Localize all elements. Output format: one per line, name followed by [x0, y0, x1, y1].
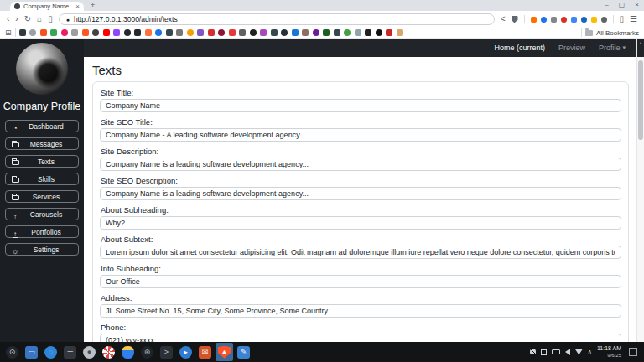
bookmark-icon[interactable] — [40, 29, 47, 36]
extension-icon[interactable] — [561, 17, 567, 23]
clock[interactable]: 11:18 AM 9/6/25 — [597, 345, 621, 359]
taskbar-app-button[interactable]: ▭ — [23, 343, 40, 361]
sidebar-item[interactable]: Messages — [5, 137, 79, 150]
taskbar-app-button[interactable]: ● — [80, 343, 98, 361]
extension-icon[interactable] — [531, 17, 537, 23]
extension-icon[interactable] — [581, 17, 587, 23]
bookmark-icon[interactable] — [302, 29, 309, 36]
back-icon[interactable]: ‹ — [7, 15, 9, 23]
bookmark-icon[interactable] — [145, 29, 152, 36]
sidebar-item[interactable]: Skills — [5, 173, 79, 185]
nav-link[interactable]: Home (current) — [494, 44, 548, 52]
bookmark-icon[interactable] — [82, 29, 89, 36]
bookmark-icon[interactable] — [197, 29, 204, 36]
sidebar-item[interactable]: Settings — [5, 243, 79, 256]
bookmark-icon[interactable] — [355, 29, 361, 36]
reload-icon[interactable]: ↻ — [24, 15, 31, 23]
new-tab-button[interactable]: + — [91, 1, 95, 11]
taskbar-app-button[interactable]: ☰ — [61, 343, 79, 361]
taskbar-app-button[interactable]: ✉ — [196, 343, 214, 361]
bookmark-icon[interactable] — [239, 29, 246, 36]
bookmark-icon[interactable] — [250, 29, 257, 36]
all-bookmarks-label[interactable]: All Bookmarks — [596, 29, 639, 37]
field-input[interactable] — [100, 246, 621, 259]
sidebar-item[interactable]: Services — [5, 190, 79, 203]
bookmark-icon[interactable] — [376, 29, 382, 36]
bookmark-icon[interactable] — [218, 29, 225, 36]
extension-icon[interactable] — [571, 17, 577, 23]
bookmark-icon[interactable] — [334, 29, 340, 36]
bookmark-icon[interactable] — [29, 29, 36, 36]
tab-close-icon[interactable]: × — [75, 3, 80, 10]
bookmark-icon[interactable] — [229, 29, 236, 36]
bookmark-icon[interactable] — [103, 29, 110, 36]
field-input[interactable] — [100, 187, 621, 200]
menu-icon[interactable]: ☰ — [630, 15, 637, 23]
bookmark-icon[interactable] — [292, 29, 299, 36]
taskbar-app-button[interactable]: ⊛ — [138, 343, 156, 361]
field-input[interactable] — [100, 99, 621, 112]
bookmark-icon[interactable] — [313, 29, 319, 36]
sidebar-item[interactable]: Texts — [5, 155, 79, 168]
page-scrollbar[interactable]: ▴ — [636, 39, 644, 342]
field-input[interactable] — [100, 128, 621, 142]
home-icon[interactable]: ⌂ — [37, 15, 42, 23]
taskbar-app-button[interactable] — [100, 343, 117, 361]
bookmark-icon[interactable] — [208, 29, 215, 36]
keyboard-icon[interactable] — [552, 349, 560, 354]
field-input[interactable] — [100, 304, 621, 318]
field-input[interactable] — [100, 275, 621, 288]
bookmark-icon[interactable] — [176, 29, 183, 36]
bookmark-icon[interactable] — [365, 29, 371, 36]
window-close-button[interactable]: × — [635, 1, 639, 8]
bookmark-icon[interactable] — [397, 29, 403, 36]
nav-link[interactable]: Preview — [558, 44, 588, 52]
sidebar-item[interactable]: Carousels — [5, 208, 79, 220]
site-info-icon[interactable]: ● — [66, 17, 70, 23]
apps-grid-icon[interactable]: ⊞ — [5, 29, 12, 37]
bookmark-icon[interactable] — [113, 29, 120, 36]
sidebar-item[interactable]: Portfolios — [5, 225, 79, 238]
taskbar-app-button[interactable]: ◌ — [42, 343, 60, 361]
taskbar-app-button[interactable]: ⊙ — [3, 343, 21, 361]
sidebar-item[interactable]: Dashboard — [5, 120, 79, 132]
bookmark-icon[interactable] — [187, 29, 194, 36]
brave-shield-icon[interactable] — [512, 16, 518, 23]
bookmark-icon[interactable] — [71, 29, 78, 36]
reading-list-icon[interactable]: ▯ — [48, 15, 53, 23]
bookmark-icon[interactable] — [260, 29, 267, 36]
taskbar-app-button[interactable] — [119, 343, 137, 361]
field-input[interactable] — [100, 216, 621, 230]
taskbar-app-button[interactable]: ▸ — [177, 343, 195, 361]
url-bar[interactable]: ● http://127.0.0.1:3000/admin/texts — [59, 13, 495, 25]
extension-icon[interactable] — [541, 17, 547, 23]
split-view-icon[interactable]: ▯ — [620, 15, 625, 23]
taskbar-app-button[interactable]: ✎ — [235, 343, 252, 361]
extension-icon[interactable] — [551, 17, 557, 23]
scrollbar-thumb[interactable] — [638, 60, 643, 140]
share-icon[interactable]: < — [501, 15, 506, 23]
bookmark-icon[interactable] — [166, 29, 173, 36]
show-desktop-button[interactable] — [629, 348, 637, 356]
bookmark-icon[interactable] — [323, 29, 330, 36]
field-input[interactable] — [100, 158, 621, 171]
window-restore-button[interactable]: ▢ — [619, 1, 626, 8]
bookmark-icon[interactable] — [386, 29, 392, 36]
taskbar-app-button[interactable]: ▲ — [216, 343, 233, 361]
bookmark-icon[interactable] — [124, 29, 131, 36]
window-minimize-button[interactable]: – — [605, 1, 608, 8]
wifi-icon[interactable] — [575, 349, 583, 354]
extension-icon[interactable] — [591, 17, 597, 23]
taskbar-app-button[interactable]: > — [158, 343, 175, 361]
bookmark-icon[interactable] — [134, 29, 141, 36]
bookmark-icon[interactable] — [281, 29, 288, 36]
field-input[interactable] — [100, 334, 621, 342]
scroll-up-icon[interactable]: ▴ — [637, 39, 644, 47]
bookmark-icon[interactable] — [344, 29, 351, 36]
bookmark-icon[interactable] — [271, 29, 278, 36]
forward-icon[interactable]: › — [15, 15, 18, 23]
bookmark-icon[interactable] — [92, 29, 99, 36]
extension-icon[interactable] — [601, 17, 607, 23]
volume-muted-icon[interactable] — [565, 349, 570, 355]
bookmark-icon[interactable] — [61, 29, 68, 36]
